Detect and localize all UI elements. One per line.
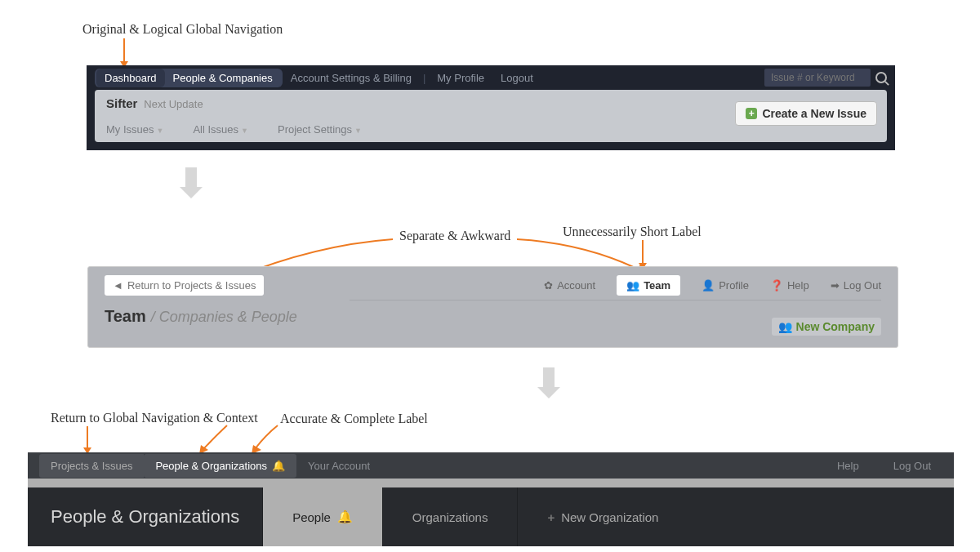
stage1-nav-pill: Dashboard People & Companies (95, 69, 283, 87)
annotation-short-label: Unnecessarily Short Label (563, 225, 702, 239)
divider (350, 300, 881, 300)
plus-icon: + (746, 108, 757, 119)
tab-people[interactable]: People 🔔 (262, 487, 382, 546)
nav-your-account[interactable]: Your Account (296, 454, 381, 478)
new-company-label: New Company (796, 320, 875, 333)
nav-dashboard[interactable]: Dashboard (96, 69, 165, 87)
stage3-nav: Projects & Issues People & Organizations… (28, 452, 954, 479)
people-icon: 👥 (778, 320, 792, 333)
nav-people-orgs[interactable]: People & Organizations 🔔 (144, 454, 296, 478)
brand-name: Sifter (106, 96, 137, 110)
arrow-5 (245, 423, 294, 456)
tab-new-organization[interactable]: + New Organization (517, 487, 688, 546)
nav-my-profile[interactable]: My Profile (429, 69, 492, 87)
stage2-panel: ◄ Return to Projects & Issues ✿Account 👥… (87, 266, 898, 348)
tab-all-issues[interactable]: All Issues▼ (193, 123, 248, 136)
annotation-original-nav: Original & Logical Global Navigation (82, 22, 283, 37)
search-group (764, 69, 887, 87)
stage3-subnav: People & Organizations People 🔔 Organiza… (28, 487, 954, 546)
people-icon: 👥 (626, 279, 639, 292)
exit-icon: ➡ (831, 279, 840, 292)
annotation-return-context: Return to Global Navigation & Context (51, 411, 258, 425)
bell-icon: 🔔 (337, 510, 353, 524)
link-profile[interactable]: 👤Profile (702, 279, 749, 292)
stage1-topnav: Dashboard People & Companies Account Set… (87, 65, 895, 90)
tab-project-settings[interactable]: Project Settings▼ (278, 123, 362, 136)
plus-icon: + (547, 510, 555, 524)
search-icon[interactable] (875, 72, 887, 83)
stage1-panel: Dashboard People & Companies Account Set… (87, 65, 895, 150)
nav-people-companies[interactable]: People & Companies (165, 69, 281, 87)
stage2-title: Team (105, 307, 146, 326)
annotation-separate-awkward: Separate & Awkward (399, 229, 510, 243)
stage3-panel: Projects & Issues People & Organizations… (28, 452, 954, 546)
stage2-header: Team / Companies & People (105, 307, 881, 326)
return-label: Return to Projects & Issues (127, 279, 256, 292)
stage1-subbar: Sifter Next Update My Issues▼ All Issues… (95, 90, 887, 142)
link-team[interactable]: 👥Team (617, 275, 680, 296)
new-company-button[interactable]: 👥 New Company (772, 318, 881, 336)
create-issue-label: Create a New Issue (762, 107, 866, 120)
nav-logout[interactable]: Log Out (882, 454, 942, 478)
nav-help[interactable]: Help (826, 454, 871, 478)
search-input[interactable] (764, 69, 871, 87)
arrow-4b (188, 423, 237, 456)
link-help[interactable]: ❓Help (770, 279, 809, 292)
nav-logout[interactable]: Logout (492, 69, 541, 87)
nav-projects-issues[interactable]: Projects & Issues (39, 454, 144, 478)
tab-my-issues[interactable]: My Issues▼ (106, 123, 163, 136)
stage2-breadcrumb: / Companies & People (151, 309, 297, 326)
annotation-accurate-label: Accurate & Complete Label (280, 412, 428, 426)
bell-icon: 🔔 (272, 460, 285, 472)
create-issue-button[interactable]: + Create a New Issue (735, 101, 877, 126)
help-icon: ❓ (770, 279, 783, 292)
back-arrow-icon: ◄ (113, 279, 123, 292)
arrow-1 (114, 37, 147, 69)
stage2-top: ◄ Return to Projects & Issues ✿Account 👥… (88, 267, 898, 296)
nav-account-settings[interactable]: Account Settings & Billing (283, 69, 420, 87)
link-logout[interactable]: ➡Log Out (831, 279, 881, 292)
return-button[interactable]: ◄ Return to Projects & Issues (105, 275, 264, 296)
person-icon: 👤 (702, 279, 715, 292)
stage3-title: People & Organizations (28, 487, 262, 546)
tab-organizations[interactable]: Organizations (382, 487, 518, 546)
gear-icon: ✿ (544, 279, 553, 292)
brand-subtitle: Next Update (144, 98, 203, 110)
nav-separator: | (420, 72, 429, 84)
link-account[interactable]: ✿Account (544, 279, 595, 292)
stage2-navlinks: ✿Account 👥Team 👤Profile ❓Help ➡Log Out (544, 275, 881, 296)
